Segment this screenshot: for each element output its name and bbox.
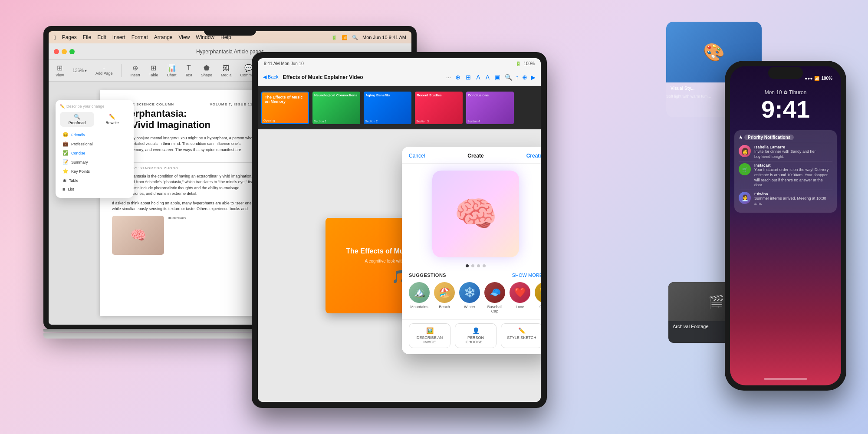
nav-icon-2[interactable]: ⊞ <box>466 74 471 81</box>
notification-instacart[interactable]: 🛒 Instacart Your Instacart order is on t… <box>739 161 832 190</box>
instacart-notification-text: Instacart Your Instacart order is on the… <box>754 163 832 188</box>
brain-emoji-icon: 🧠 <box>454 194 497 234</box>
person-label: PERSON CHOOSE... <box>459 335 493 344</box>
slide-thumb-4[interactable]: Recent Studies Section 3 <box>415 92 463 124</box>
back-button[interactable]: ◀ Back <box>263 74 279 80</box>
suggestions-header: SUGGESTIONS SHOW MORE <box>409 273 541 278</box>
dialog-create-button[interactable]: Create <box>526 153 541 159</box>
ipad-main-area: The Effects of Music on Memory A cogniti… <box>258 129 541 402</box>
slide-thumb-1[interactable]: The Effects of Music on Memory Opening <box>261 92 309 124</box>
minimize-button[interactable] <box>62 49 67 54</box>
priority-notification-group: ★ Priority Notifications 👩 Isabella Lama… <box>734 130 837 213</box>
style-sketch-action[interactable]: ✏️ STYLE SKETCH <box>501 323 541 348</box>
iphone-signal-icon: ●●● <box>805 76 812 81</box>
ipad: 9:41 AM Mon Jun 10 🔋 100% ◀ Back Effects… <box>252 52 547 408</box>
menubar-format[interactable]: Format <box>132 34 148 40</box>
apple-icon[interactable]:  <box>54 34 56 41</box>
share-nav-icon[interactable]: ↑ <box>516 74 519 81</box>
lockscreen-content: ●●● 📶 100% Mon 10 ✿ Tiburon 9:41 ★ Prior… <box>730 66 841 385</box>
toolbar-table[interactable]: ⊞ Table <box>149 64 158 77</box>
more-options-icon[interactable]: ··· <box>446 74 451 81</box>
ai-tab-proofread[interactable]: 🔍 Proofread <box>60 112 94 127</box>
present-nav-icon[interactable]: ▶ <box>531 74 536 81</box>
traffic-lights <box>54 49 75 54</box>
close-button[interactable] <box>54 49 59 54</box>
menubar-edit[interactable]: Edit <box>97 34 106 40</box>
dialog-header: Cancel Create Create <box>402 147 541 164</box>
toolbar-add-page[interactable]: + Add Page <box>95 66 113 76</box>
toolbar-view[interactable]: ⊞ View <box>56 64 64 77</box>
menubar-arrange[interactable]: Arrange <box>154 34 173 40</box>
slide-1-label: Opening <box>263 119 275 122</box>
suggestion-crown[interactable]: 👑 Crown <box>535 282 541 313</box>
home-indicator <box>764 378 807 380</box>
menubar-search[interactable]: 🔍 <box>352 35 358 40</box>
dialog-pagination-dots <box>402 264 541 267</box>
ai-option-concise[interactable]: ✅ Concise <box>60 148 129 158</box>
suggestion-winter[interactable]: ❄️ Winter <box>459 282 480 313</box>
ai-option-list[interactable]: ≡ List <box>60 185 129 194</box>
menubar-left:  Pages File Edit Insert Format Arrange … <box>54 34 231 41</box>
suggestion-baseball-cap[interactable]: 🧢 Baseball Cap <box>484 282 505 313</box>
instacart-sender: Instacart <box>754 163 832 168</box>
nav-icon-1[interactable]: ⊕ <box>455 74 460 81</box>
notification-edwina[interactable]: 👩‍💼 Edwina Summer interns arrived. Meeti… <box>739 190 832 208</box>
menubar-app[interactable]: Pages <box>62 34 77 40</box>
nav-icon-3[interactable]: A <box>476 74 480 81</box>
notification-isabella[interactable]: 👩 Isabella Lamarre Invite for dinner wit… <box>739 143 832 161</box>
toolbar-media[interactable]: 🖼 Media <box>221 64 232 77</box>
toolbar-chart[interactable]: 📊 Chart <box>167 64 177 77</box>
more-nav-icon[interactable]: ⊕ <box>522 74 527 81</box>
right-navbar-icons: 🔍 ↑ ⊕ ▶ <box>505 74 536 81</box>
ai-option-table[interactable]: ⊞ Table <box>60 176 129 185</box>
iphone-notifications: ★ Priority Notifications 👩 Isabella Lama… <box>730 126 841 372</box>
menubar-file[interactable]: File <box>83 34 91 40</box>
dialog-cancel-button[interactable]: Cancel <box>409 153 425 159</box>
image-generation-dialog: Cancel Create Create 🧠 <box>402 147 541 354</box>
edwina-sender: Edwina <box>754 192 832 196</box>
nav-icon-4[interactable]: A <box>486 74 490 81</box>
search-nav-icon[interactable]: 🔍 <box>505 74 512 81</box>
toolbar-insert[interactable]: ⊕ Insert <box>130 64 140 77</box>
toolbar-zoom[interactable]: 136%▾ <box>72 68 87 73</box>
slide-3-content: Aging Benefits <box>364 92 411 99</box>
nav-icon-5[interactable]: ▣ <box>495 74 500 81</box>
keynote-filmstrip: The Effects of Music on Memory Opening N… <box>258 86 541 129</box>
ipad-time: 9:41 AM Mon Jun 10 <box>264 61 304 66</box>
ai-option-friendly[interactable]: 😊 Friendly <box>60 130 129 139</box>
menubar-battery: 🔋 <box>331 35 337 40</box>
suggestion-mountains[interactable]: 🏔️ Mountains <box>409 282 430 313</box>
doc-illustration: 🧠 <box>112 216 164 255</box>
slide-2-label: Section 1 <box>314 120 326 123</box>
ipad-status-icons: 🔋 100% <box>516 61 535 66</box>
person-choose-action[interactable]: 👤 PERSON CHOOSE... <box>455 323 496 348</box>
slide-2-content: Neurological Connections <box>312 92 360 99</box>
dialog-preview-area: 🧠 <box>402 164 541 264</box>
slide-thumb-3[interactable]: Aging Benefits Section 2 <box>364 92 411 124</box>
toolbar-shape[interactable]: ⬟ Shape <box>201 64 212 77</box>
slide-thumb-5[interactable]: Conclusions Section 4 <box>466 92 514 124</box>
ai-option-summary[interactable]: 📝 Summary <box>60 158 129 167</box>
ai-panel-placeholder[interactable]: Describe your change <box>66 104 105 108</box>
winter-icon: ❄️ <box>459 282 480 303</box>
isabella-avatar: 👩 <box>739 145 751 157</box>
suggestion-love[interactable]: ❤️ Love <box>510 282 530 313</box>
menubar-view[interactable]: View <box>179 34 190 40</box>
baseball-cap-icon: 🧢 <box>484 282 505 303</box>
fullscreen-button[interactable] <box>69 49 75 54</box>
ai-panel-tabs: 🔍 Proofread ✏️ Rewrite <box>60 112 129 127</box>
ipad-doc-title: Effects of Music Explainer Video <box>283 74 442 80</box>
toolbar-text[interactable]: T Text <box>185 64 193 77</box>
menubar-right: 🔋 📶 🔍 Mon Jun 10 9:41 AM <box>331 35 406 40</box>
suggestions-label: SUGGESTIONS <box>409 273 446 278</box>
slide-thumb-2[interactable]: Neurological Connections Section 1 <box>312 92 360 124</box>
iphone: ●●● 📶 100% Mon 10 ✿ Tiburon 9:41 ★ Prior… <box>725 61 846 391</box>
doc-illustration-caption: illustrations <box>168 216 186 255</box>
suggestion-beach[interactable]: 🏖️ Beach <box>434 282 455 313</box>
ai-option-professional[interactable]: 💼 Professional <box>60 139 129 148</box>
show-more-button[interactable]: SHOW MORE <box>512 273 541 278</box>
ai-option-key-points[interactable]: ⭐ Key Points <box>60 167 129 176</box>
ai-tab-rewrite[interactable]: ✏️ Rewrite <box>95 112 129 127</box>
describe-image-action[interactable]: 🖼️ DESCRIBE AN IMAGE <box>409 323 450 348</box>
menubar-insert[interactable]: Insert <box>112 34 125 40</box>
